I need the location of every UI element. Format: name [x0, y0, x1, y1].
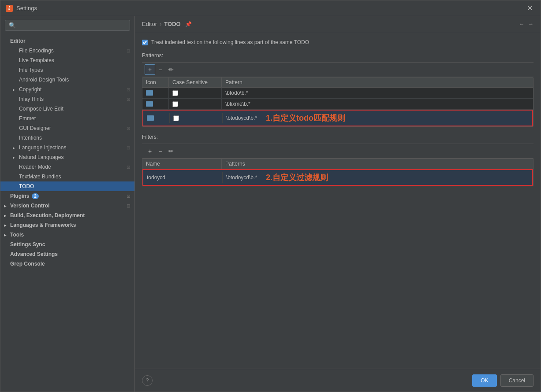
sidebar-item-label: Intentions: [19, 135, 42, 141]
table-row[interactable]: todoycd \btodoycd\b.* 2.自定义过滤规则: [142, 169, 533, 186]
sidebar-item-advanced-settings[interactable]: Advanced Settings: [0, 249, 134, 259]
window-title: Settings: [16, 5, 524, 11]
sidebar-item-languages-frameworks[interactable]: ▸Languages & Frameworks: [0, 220, 134, 230]
sidebar-item-android-design-tools[interactable]: Android Design Tools: [0, 75, 134, 85]
pattern-cell: \btodoycd\b.* 1.自定义todo匹配规则: [223, 111, 532, 126]
sidebar-item-label: Emmet: [19, 115, 36, 122]
cancel-button[interactable]: Cancel: [500, 374, 534, 387]
table-row[interactable]: \bfixme\b.*: [142, 99, 533, 110]
sidebar-item-copyright[interactable]: ▸Copyright⊡: [0, 85, 134, 94]
table-row[interactable]: \btodoycd\b.* 1.自定义todo匹配规则: [142, 110, 533, 126]
filters-title: Filters:: [142, 134, 534, 140]
chevron-icon: ▸: [13, 155, 17, 160]
external-icon: ⊡: [127, 126, 130, 131]
sidebar-item-settings-sync[interactable]: Settings Sync: [0, 240, 134, 249]
filters-remove-button[interactable]: −: [155, 146, 166, 156]
table-row[interactable]: \btodo\b.*: [142, 88, 533, 99]
patterns-section: Patterns: + − ✏ Icon Case Sensitive Patt…: [142, 52, 534, 127]
nav-forward-icon[interactable]: →: [528, 21, 534, 27]
close-button[interactable]: ✕: [524, 3, 535, 13]
ok-button[interactable]: OK: [472, 374, 496, 387]
action-buttons: OK Cancel: [472, 374, 534, 387]
sidebar-item-label: TODO: [19, 183, 34, 189]
sidebar-item-file-encodings[interactable]: File Encodings⊡: [0, 46, 134, 55]
sidebar-item-label: Editor: [10, 38, 26, 44]
breadcrumb-separator: ›: [160, 21, 161, 27]
sidebar-item-tools[interactable]: ▸Tools: [0, 230, 134, 240]
sidebar-item-label: Android Design Tools: [19, 77, 69, 83]
filters-edit-button[interactable]: ✏: [166, 146, 176, 156]
sidebar-item-natural-languages[interactable]: ▸Natural Languages: [0, 152, 134, 162]
sidebar-item-label: Grep Console: [10, 261, 45, 267]
sidebar-item-label: Plugins: [10, 193, 29, 199]
sidebar-item-language-injections[interactable]: ▸Language Injections⊡: [0, 143, 134, 152]
patterns-edit-button[interactable]: ✏: [166, 64, 176, 75]
annotation1: 1.自定义todo匹配规则: [266, 113, 345, 123]
icon-cell: [142, 88, 169, 98]
sidebar-item-emmet[interactable]: Emmet: [0, 114, 134, 123]
sidebar-item-intentions[interactable]: Intentions: [0, 133, 134, 143]
sidebar-item-grep-console[interactable]: Grep Console: [0, 259, 134, 269]
sidebar-item-file-types[interactable]: File Types: [0, 65, 134, 75]
title-bar: J Settings ✕: [0, 0, 541, 16]
sidebar-item-editor[interactable]: Editor: [0, 36, 134, 46]
fixme-icon: [146, 101, 153, 107]
external-icon: ⊡: [127, 87, 130, 92]
sidebar-item-reader-mode[interactable]: Reader Mode⊡: [0, 162, 134, 172]
search-box[interactable]: 🔍: [5, 20, 130, 31]
sidebar-item-inlay-hints[interactable]: Inlay Hints⊡: [0, 94, 134, 104]
sidebar-item-plugins[interactable]: Plugins2⊡: [0, 191, 134, 201]
chevron-icon: ▸: [4, 213, 8, 218]
help-button[interactable]: ?: [142, 375, 153, 386]
sidebar-item-label: Advanced Settings: [10, 251, 58, 257]
filters-col-patterns: Patterns: [222, 159, 533, 169]
case-checkbox[interactable]: [172, 101, 178, 107]
filters-table-body: todoycd \btodoycd\b.* 2.自定义过滤规则: [142, 169, 533, 186]
chevron-icon: ▸: [13, 87, 17, 92]
settings-window: J Settings ✕ 🔍 Editor File Encodings⊡ Li…: [0, 0, 541, 392]
case-checkbox[interactable]: [172, 90, 178, 96]
sidebar-item-label: Copyright: [19, 86, 41, 92]
sidebar-item-label: TextMate Bundles: [19, 174, 61, 180]
breadcrumb-parent: Editor: [142, 21, 157, 27]
sidebar-item-label: Reader Mode: [19, 164, 51, 170]
sidebar-item-label: Version Control: [10, 203, 49, 209]
sidebar-tree: Editor File Encodings⊡ Live Templates Fi…: [0, 34, 134, 392]
pattern-cell: \bfixme\b.*: [222, 99, 533, 109]
sidebar-item-label: File Types: [19, 67, 43, 73]
checkbox-row: Treat indented text on the following lin…: [142, 39, 534, 45]
pattern-cell: \btodo\b.*: [222, 88, 533, 98]
patterns-remove-button[interactable]: −: [155, 64, 166, 75]
sidebar-item-live-templates[interactable]: Live Templates: [0, 55, 134, 65]
patterns-add-button[interactable]: +: [145, 64, 155, 75]
filters-toolbar: + − ✏: [142, 144, 534, 159]
nav-back-icon[interactable]: ←: [519, 21, 524, 27]
external-icon: ⊡: [127, 194, 130, 199]
patterns-title: Patterns:: [142, 52, 534, 59]
chevron-icon: ▸: [4, 233, 8, 237]
sidebar-item-textmate-bundles[interactable]: TextMate Bundles: [0, 172, 134, 181]
search-icon: 🔍: [9, 22, 16, 29]
patterns-toolbar: + − ✏: [142, 62, 534, 77]
sidebar-item-version-control[interactable]: ▸Version Control⊡: [0, 201, 134, 211]
todoycd-icon: [147, 115, 154, 121]
external-icon: ⊡: [127, 97, 130, 102]
sidebar-item-build-execution[interactable]: ▸Build, Execution, Deployment: [0, 211, 134, 220]
case-checkbox[interactable]: [173, 115, 179, 121]
sidebar-item-label: Compose Live Edit: [19, 106, 63, 112]
sidebar-item-compose-live-edit[interactable]: Compose Live Edit: [0, 104, 134, 114]
filters-add-button[interactable]: +: [145, 146, 155, 156]
filter-patterns-cell: \btodoycd\b.* 2.自定义过滤规则: [223, 170, 532, 185]
sidebar-item-todo[interactable]: TODO: [0, 181, 134, 191]
sidebar-item-label: Language Injections: [19, 144, 66, 151]
breadcrumb-current: TODO: [164, 21, 180, 27]
sidebar-item-label: File Encodings: [19, 48, 54, 54]
chevron-icon: ▸: [13, 145, 17, 150]
app-icon: J: [6, 5, 13, 12]
pin-icon[interactable]: 📌: [185, 21, 192, 27]
sidebar-item-gui-designer[interactable]: GUI Designer⊡: [0, 123, 134, 133]
sidebar-item-label: Settings Sync: [10, 241, 45, 248]
search-input[interactable]: [18, 22, 126, 29]
todo-checkbox[interactable]: [142, 40, 148, 45]
todo-icon: [146, 90, 153, 96]
